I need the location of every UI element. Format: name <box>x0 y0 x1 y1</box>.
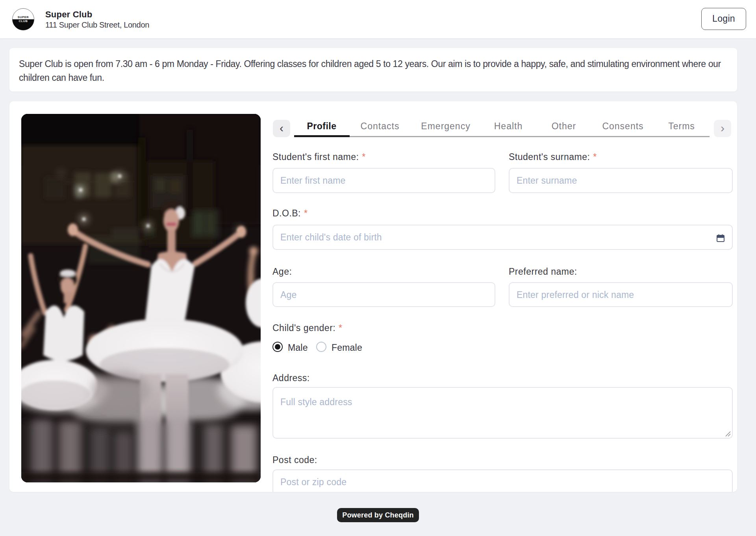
svg-text:SUPER: SUPER <box>18 15 29 19</box>
svg-text:CLUB: CLUB <box>19 19 28 23</box>
